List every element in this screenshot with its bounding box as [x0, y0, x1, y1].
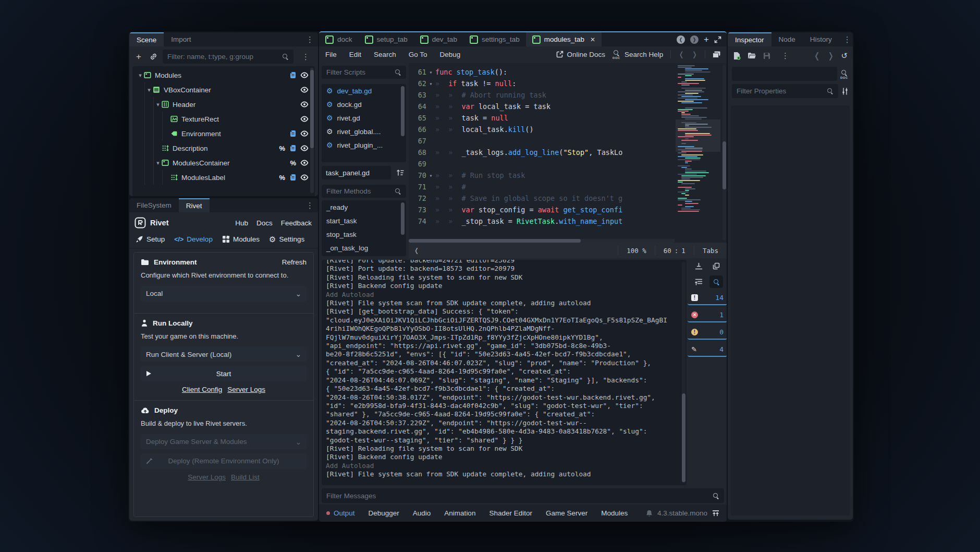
- search-help-button[interactable]: DOC Search Help: [612, 50, 663, 58]
- scene-filter-input[interactable]: Filter: name, t:type, g:group: [163, 50, 293, 64]
- line-number[interactable]: 67: [409, 137, 426, 145]
- inspector-menu-icon[interactable]: ⋮: [839, 32, 853, 46]
- fold-arrow-icon[interactable]: ▾: [426, 81, 435, 87]
- line-number[interactable]: 71: [409, 183, 426, 191]
- output-scrollbar[interactable]: [682, 262, 685, 483]
- scene-tree-row[interactable]: ModulesLabel%: [132, 170, 315, 185]
- scene-tree-row[interactable]: ▾VBoxContainer: [132, 82, 315, 97]
- output-log[interactable]: [Rivet] Port update: backend=24721 edito…: [322, 260, 687, 485]
- script-list-scrollbar[interactable]: [401, 86, 405, 160]
- visibility-eye-icon[interactable]: [300, 145, 309, 151]
- expand-bottom-panel-icon[interactable]: [712, 510, 719, 517]
- script-tab-settings_tab[interactable]: settings_tab: [463, 32, 526, 46]
- line-number[interactable]: 70: [409, 171, 426, 179]
- deploy-button[interactable]: Deploy (Remote Environment Only): [141, 453, 307, 469]
- line-number[interactable]: 64: [409, 102, 426, 111]
- script-tab-dev_tab[interactable]: dev_tab: [414, 32, 463, 46]
- client-config-link[interactable]: Client Config: [182, 386, 222, 393]
- tab-inspector[interactable]: Inspector: [728, 32, 771, 46]
- menu-search[interactable]: Search: [374, 51, 396, 58]
- property-tools-icon[interactable]: [841, 88, 849, 95]
- bottom-tab-audio[interactable]: Audio: [413, 509, 431, 517]
- inspector-forward-icon[interactable]: ❭: [827, 51, 834, 61]
- script-item-dev_tab.gd[interactable]: ⚙dev_tab.gd: [322, 84, 406, 98]
- filter-toggle-edit-badge[interactable]: ✎4: [688, 343, 727, 357]
- scripts-panel-toggle-icon[interactable]: ❬: [409, 247, 419, 254]
- tab-filesystem[interactable]: FileSystem: [129, 198, 179, 212]
- rivet-nav-setup[interactable]: Setup: [136, 235, 165, 243]
- deploy-server-logs-link[interactable]: Server Logs: [188, 473, 226, 481]
- line-number[interactable]: 62: [409, 79, 426, 88]
- zoom-level[interactable]: 100 %: [618, 247, 655, 255]
- rivet-nav-modules[interactable]: Modules: [222, 235, 260, 243]
- script-tab-setup_tab[interactable]: setup_tab: [359, 32, 414, 46]
- visibility-eye-icon[interactable]: [300, 101, 309, 107]
- scene-tree-scrollbar[interactable]: [310, 68, 314, 193]
- inspector-back-icon[interactable]: ❬: [814, 51, 820, 61]
- script-tab-modules_tab[interactable]: modules_tab✕: [526, 32, 602, 46]
- visibility-eye-icon[interactable]: [300, 72, 309, 78]
- clear-output-icon[interactable]: [692, 260, 705, 272]
- online-docs-button[interactable]: Online Docs: [556, 51, 606, 58]
- tab-back-icon[interactable]: ❬: [677, 35, 685, 44]
- bottom-tab-output[interactable]: Output: [326, 509, 355, 517]
- sort-methods-icon[interactable]: [394, 166, 406, 179]
- build-list-link[interactable]: Build List: [231, 473, 260, 481]
- menu-debug[interactable]: Debug: [440, 51, 461, 58]
- history-forward-icon[interactable]: ❭: [692, 50, 697, 58]
- panel-layout-icon[interactable]: [713, 51, 720, 58]
- tab-scene[interactable]: Scene: [129, 32, 164, 46]
- fold-arrow-icon[interactable]: ▾: [426, 173, 435, 178]
- rivet-link-docs[interactable]: Docs: [256, 219, 273, 227]
- unique-name-badge[interactable]: %: [279, 145, 285, 152]
- line-number[interactable]: 65: [409, 114, 426, 122]
- line-number[interactable]: 69: [409, 160, 426, 168]
- bottom-tab-shader-editor[interactable]: Shader Editor: [489, 509, 532, 517]
- script-item-rivet_plugin_...[interactable]: ⚙rivet_plugin_...: [322, 138, 406, 152]
- filter-methods-input[interactable]: Filter Methods: [322, 185, 406, 198]
- scene-tree-row[interactable]: ▾ModulesContainer%: [132, 155, 315, 170]
- filter-properties-input[interactable]: Filter Properties: [732, 84, 838, 98]
- line-number[interactable]: 74: [409, 217, 426, 225]
- tab-history[interactable]: History: [803, 32, 839, 46]
- menu-go-to[interactable]: Go To: [409, 51, 427, 58]
- notification-bell-icon[interactable]: [646, 510, 653, 517]
- menu-edit[interactable]: Edit: [349, 51, 361, 58]
- script-item-rivet_global....[interactable]: ⚙rivet_global....: [322, 125, 406, 138]
- filter-messages-input[interactable]: Filter Messages: [322, 488, 724, 503]
- visibility-eye-icon[interactable]: [300, 160, 309, 166]
- deploy-select[interactable]: Deploy Game Server & Modules ⌄: [141, 434, 307, 450]
- new-resource-icon[interactable]: [733, 52, 741, 60]
- collapse-duplicates-icon[interactable]: [692, 275, 705, 288]
- indent-type[interactable]: Tabs: [694, 247, 727, 255]
- rivet-link-hub[interactable]: Hub: [235, 219, 248, 227]
- line-number[interactable]: 63: [409, 91, 426, 99]
- scene-dock-menu-icon[interactable]: ⋮: [302, 32, 318, 46]
- refresh-button[interactable]: Refresh: [282, 258, 307, 266]
- add-node-icon[interactable]: +: [133, 52, 144, 62]
- script-badge-icon[interactable]: [289, 71, 296, 79]
- bottom-tab-modules[interactable]: Modules: [601, 509, 628, 517]
- current-script-field[interactable]: task_panel.gd: [322, 166, 391, 179]
- code-hscrollbar[interactable]: [409, 239, 675, 243]
- scene-tree-row[interactable]: Description%: [132, 141, 315, 155]
- scene-tree-row[interactable]: ▾Header: [132, 97, 315, 112]
- close-tab-icon[interactable]: ✕: [590, 36, 595, 43]
- rivet-nav-develop[interactable]: </>Develop: [174, 235, 213, 243]
- load-resource-icon[interactable]: [748, 52, 756, 59]
- line-number[interactable]: 73: [409, 206, 426, 214]
- scene-tree-row[interactable]: ▾Modules: [132, 68, 315, 82]
- scene-tree-row[interactable]: Environment: [132, 126, 315, 141]
- fold-arrow-icon[interactable]: ▾: [137, 72, 144, 79]
- fold-arrow-icon[interactable]: ▾: [154, 160, 162, 166]
- tab-rivet[interactable]: Rivet: [179, 198, 210, 212]
- method-item-stop_task[interactable]: stop_task: [322, 227, 406, 241]
- fold-arrow-icon[interactable]: ▾: [426, 69, 435, 75]
- method-item-start_task[interactable]: start_task: [322, 214, 406, 227]
- start-button[interactable]: Start: [141, 366, 307, 381]
- method-item-_on_task_log[interactable]: _on_task_log: [322, 241, 406, 255]
- bottom-tab-game-server[interactable]: Game Server: [546, 509, 587, 517]
- script-item-rivet.gd[interactable]: ⚙rivet.gd: [322, 111, 406, 125]
- method-list-scrollbar[interactable]: [401, 202, 405, 255]
- scene-tree-row[interactable]: TextureRect: [132, 112, 315, 126]
